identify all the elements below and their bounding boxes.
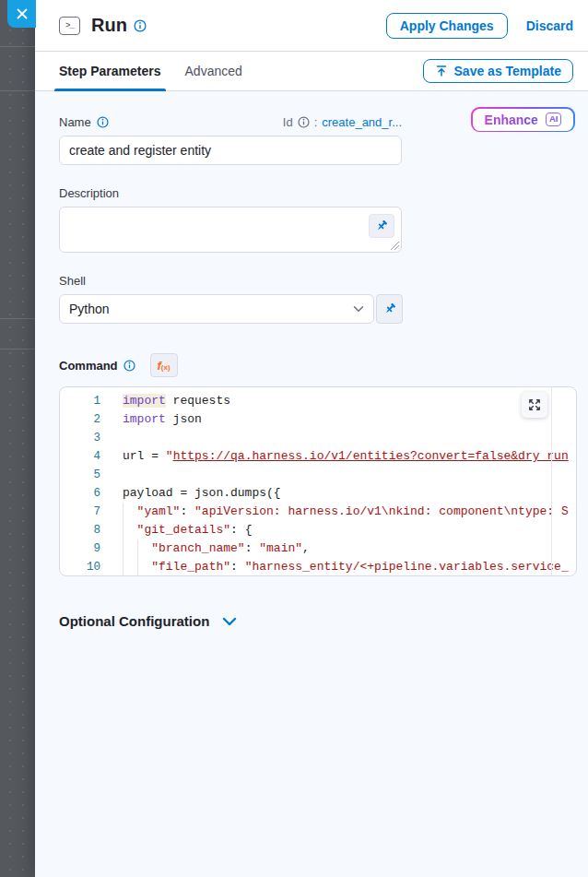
run-step-terminal-icon: >_: [59, 17, 80, 35]
shell-label: Shell: [59, 274, 86, 288]
chevron-down-icon: [222, 617, 237, 626]
code-line-content: import json: [100, 410, 202, 429]
expression-input-button[interactable]: f(x): [150, 353, 178, 377]
code-line-content: "file_path": "harness_entity/<+pipeline.…: [100, 558, 569, 576]
code-line: 9 "branch_name": "main",: [60, 539, 576, 558]
discard-button[interactable]: Discard: [526, 18, 573, 33]
code-line-content: [100, 466, 123, 484]
line-number: 4: [60, 447, 100, 466]
line-number: 5: [60, 466, 100, 484]
fx-icon: f(x): [158, 359, 171, 373]
code-line-content: url = "https://qa.harness.io/v1/entities…: [100, 447, 569, 466]
code-line-content: "git_details": {: [100, 521, 252, 539]
indent-guide: [137, 539, 138, 558]
save-as-template-label: Save as Template: [454, 64, 561, 78]
id-label: Id: [283, 115, 293, 129]
code-line-content: import requests: [100, 392, 230, 410]
name-input[interactable]: [59, 136, 402, 165]
step-parameters-panel: Enhance AI Name Id : create_and_r... Des…: [35, 91, 588, 877]
code-line: 2import json: [60, 410, 576, 429]
code-line: 7 "yaml": "apiVersion: harness.io/v1\nki…: [60, 503, 576, 521]
code-editor-lines: 1import requests2import json34url = "htt…: [60, 392, 576, 576]
tab-step-parameters[interactable]: Step Parameters: [59, 52, 161, 90]
code-line-content: payload = json.dumps({: [100, 484, 281, 503]
apply-changes-button[interactable]: Apply Changes: [386, 13, 508, 39]
line-number: 7: [60, 503, 100, 521]
optional-configuration-toggle[interactable]: Optional Configuration: [59, 613, 575, 629]
description-pin-button[interactable]: [369, 214, 394, 238]
line-number: 8: [60, 521, 100, 539]
name-label: Name: [59, 115, 91, 129]
id-info-icon[interactable]: [298, 116, 310, 128]
line-number: 2: [60, 410, 100, 429]
id-value: create_and_r...: [322, 115, 402, 129]
ai-badge: AI: [546, 113, 562, 125]
canvas-divider: [0, 46, 35, 47]
line-number: 10: [60, 558, 100, 576]
indent-guide: [123, 503, 123, 521]
shell-select[interactable]: Python: [59, 294, 374, 324]
command-info-icon[interactable]: [123, 360, 135, 372]
page-title: Run: [91, 15, 127, 36]
code-line: 10 "file_path": "harness_entity/<+pipeli…: [60, 558, 576, 576]
code-line: 4url = "https://qa.harness.io/v1/entitie…: [60, 447, 576, 466]
enhance-ai-button[interactable]: Enhance AI: [471, 107, 575, 132]
indent-guide: [123, 539, 123, 558]
enhance-label: Enhance: [485, 113, 538, 127]
line-number: 3: [60, 429, 100, 447]
indent-guide: [123, 521, 123, 539]
drawer-header: >_ Run Apply Changes Discard: [35, 0, 588, 52]
shell-selected-value: Python: [69, 302, 110, 316]
code-line: 8 "git_details": {: [60, 521, 576, 539]
upload-icon: [435, 65, 448, 77]
code-line: 5: [60, 466, 576, 484]
step-info-icon[interactable]: [134, 19, 147, 32]
canvas-divider: [0, 90, 35, 91]
description-label: Description: [59, 186, 119, 200]
enhance-ai-button-face: Enhance AI: [473, 109, 574, 131]
code-line: 6payload = json.dumps({: [60, 484, 576, 503]
description-textarea[interactable]: [59, 207, 402, 253]
chevron-down-icon: [353, 305, 364, 313]
code-line: 3: [60, 429, 576, 447]
line-number: 1: [60, 392, 100, 410]
tab-bar: Step Parameters Advanced Save as Templat…: [35, 52, 588, 91]
close-icon: [17, 8, 28, 19]
code-line-content: "branch_name": "main",: [100, 539, 310, 558]
name-info-icon[interactable]: [97, 116, 109, 128]
indent-guide: [123, 558, 123, 576]
id-separator: :: [314, 115, 318, 129]
line-number: 9: [60, 539, 100, 558]
textarea-resize-handle[interactable]: [391, 242, 399, 250]
tab-advanced[interactable]: Advanced: [185, 52, 242, 90]
code-line: 1import requests: [60, 392, 576, 410]
canvas-divider: [0, 349, 35, 350]
code-line-content: [100, 429, 123, 447]
step-config-drawer: >_ Run Apply Changes Discard Step Parame…: [35, 0, 588, 877]
shell-pin-button[interactable]: [376, 294, 403, 324]
canvas-divider: [0, 318, 35, 319]
close-drawer-button[interactable]: [7, 0, 36, 28]
tabbar-spacer: [266, 52, 423, 90]
command-code-editor[interactable]: 1import requests2import json34url = "htt…: [59, 386, 577, 576]
optional-configuration-label: Optional Configuration: [59, 613, 209, 629]
indent-guide: [137, 558, 138, 576]
expand-icon: [528, 398, 541, 411]
code-line-content: "yaml": "apiVersion: harness.io/v1\nkind…: [100, 503, 569, 521]
command-label: Command: [59, 359, 118, 373]
pin-icon: [375, 219, 388, 232]
line-number: 6: [60, 484, 100, 503]
step-id-chip: Id : create_and_r...: [283, 115, 402, 129]
save-as-template-button[interactable]: Save as Template: [423, 59, 573, 83]
pin-icon: [383, 302, 396, 315]
expand-editor-button[interactable]: [522, 392, 547, 418]
